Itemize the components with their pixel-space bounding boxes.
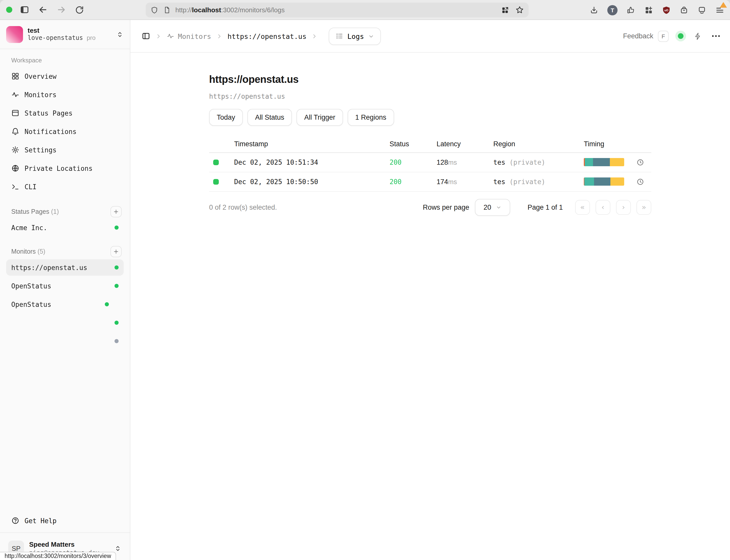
filter-status-button[interactable]: All Status	[248, 109, 292, 126]
lightning-icon[interactable]	[694, 32, 702, 40]
add-status-page-button[interactable]	[110, 206, 122, 217]
sidebar-item-label: Settings	[25, 146, 57, 154]
last-page-button[interactable]: »	[636, 200, 651, 215]
sidebar-item-label: Overview	[25, 72, 57, 80]
table-row[interactable]: Dec 02, 2025 10:51:34 200 128ms tes (pri…	[209, 153, 651, 172]
extensions-icon[interactable]	[644, 5, 653, 15]
previous-page-button[interactable]: ‹	[595, 200, 610, 215]
chevron-right-icon	[155, 33, 162, 39]
cell-timing	[584, 158, 651, 166]
header-actions: Feedback F	[623, 30, 720, 42]
tab-stack-icon[interactable]	[697, 5, 706, 15]
monitor-item[interactable]	[6, 315, 124, 331]
chevron-right-icon	[216, 33, 222, 39]
sidebar-item-private-locations[interactable]: Private Locations	[6, 159, 124, 177]
sidebar-item-settings[interactable]: Settings	[6, 141, 124, 159]
status-page-item[interactable]: Acme Inc.	[6, 219, 124, 236]
sidebar-item-label: Monitors	[25, 91, 57, 98]
forward-button-icon[interactable]	[56, 5, 66, 15]
sidebar-item-notifications[interactable]: Notifications	[6, 122, 124, 141]
sidebar-item-cli[interactable]: CLI	[6, 177, 124, 196]
cell-status: 200	[389, 159, 436, 166]
first-page-button[interactable]: «	[575, 200, 590, 215]
page-content: https://openstat.us https://openstat.us …	[209, 53, 651, 216]
filter-period-button[interactable]: Today	[209, 109, 243, 126]
feedback-button[interactable]: Feedback	[623, 32, 653, 40]
main-area: Monitors https://openstat.us Logs Feedba…	[130, 20, 730, 560]
breadcrumb-current[interactable]: https://openstat.us	[228, 32, 307, 40]
filter-trigger-button[interactable]: All Trigger	[297, 109, 343, 126]
rows-per-page-select[interactable]: 20	[475, 199, 510, 216]
extension-thumb-icon[interactable]	[626, 5, 635, 15]
cell-timestamp: Dec 02, 2025 10:50:50	[234, 178, 389, 186]
address-bar[interactable]: http://localhost:3002/monitors/6/logs	[146, 3, 528, 17]
table-row[interactable]: Dec 02, 2025 10:50:50 200 174ms tes (pri…	[209, 172, 651, 192]
downloads-icon[interactable]	[589, 5, 599, 15]
status-dot	[115, 265, 119, 270]
cell-latency: 128ms	[436, 159, 493, 166]
reload-button-icon[interactable]	[75, 5, 84, 15]
page-info-icon[interactable]	[163, 6, 171, 14]
monitors-section-title: Monitors (5)	[11, 248, 45, 255]
monitor-item[interactable]	[6, 333, 124, 349]
column-header-region[interactable]: Region	[493, 140, 584, 148]
sidebar-item-status-pages[interactable]: Status Pages	[6, 104, 124, 122]
status-dot	[115, 339, 119, 343]
browser-sidebar-toggle-icon[interactable]	[19, 5, 30, 15]
bookmark-star-icon[interactable]	[515, 6, 524, 14]
cell-latency: 174ms	[436, 178, 493, 186]
cell-status: 200	[389, 178, 436, 186]
clock-icon[interactable]	[636, 178, 644, 186]
app-header: Monitors https://openstat.us Logs Feedba…	[130, 20, 730, 53]
activity-icon	[167, 32, 174, 40]
monitor-item[interactable]: https://openstat.us	[6, 259, 124, 276]
browser-window: http://localhost:3002/monitors/6/logs T	[0, 0, 730, 560]
shield-icon[interactable]	[150, 6, 159, 14]
timing-bar	[584, 178, 624, 186]
clock-icon[interactable]	[636, 159, 644, 166]
more-options-icon[interactable]	[712, 35, 720, 37]
extension-strip: T uO	[589, 0, 725, 20]
panel-left-icon[interactable]	[142, 32, 150, 40]
sidebar-item-monitors[interactable]: Monitors	[6, 85, 124, 104]
breadcrumb-monitors[interactable]: Monitors	[167, 32, 211, 40]
activity-icon	[11, 91, 19, 99]
row-status-indicator	[213, 160, 219, 165]
url-text[interactable]: http://localhost:3002/monitors/6/logs	[175, 6, 285, 14]
page-title: https://openstat.us	[209, 73, 651, 86]
workspace-name: test	[28, 27, 96, 34]
cell-region: tes (private)	[493, 178, 584, 186]
monitor-item[interactable]: OpenStatus	[6, 278, 124, 294]
extension-t-icon[interactable]: T	[607, 5, 617, 15]
toolbox-icon[interactable]	[679, 5, 689, 15]
column-header-latency[interactable]: Latency	[436, 140, 493, 148]
column-header-status[interactable]: Status	[389, 140, 436, 148]
row-status-indicator	[213, 179, 219, 185]
monitor-item[interactable]: OpenStatus	[6, 296, 124, 312]
window-traffic-light[interactable]	[6, 7, 12, 13]
add-monitor-button[interactable]	[110, 246, 122, 257]
logs-view-button[interactable]: Logs	[329, 27, 381, 45]
sidebar-item-overview[interactable]: Overview	[6, 67, 124, 85]
system-status-dot[interactable]	[678, 33, 683, 39]
bell-icon	[11, 127, 19, 136]
chevrons-up-down-icon	[114, 545, 122, 552]
logs-icon	[336, 32, 343, 40]
next-page-button[interactable]: ›	[616, 200, 631, 215]
ublock-shield-icon[interactable]: uO	[662, 5, 671, 15]
workspace-section-label: Workspace	[11, 57, 119, 64]
get-help-button[interactable]: Get Help	[6, 511, 124, 530]
logs-button-label: Logs	[348, 32, 364, 40]
status-pages-section-header: Status Pages (1)	[11, 206, 119, 217]
sidebar-item-label: Private Locations	[25, 164, 93, 172]
column-header-timing[interactable]: Timing	[584, 140, 651, 148]
cell-region: tes (private)	[493, 159, 584, 166]
column-header-timestamp[interactable]: Timestamp	[234, 140, 389, 148]
filter-regions-button[interactable]: 1 Regions	[348, 109, 394, 126]
feedback-shortcut-badge: F	[658, 30, 669, 42]
back-button-icon[interactable]	[38, 5, 48, 15]
app-menu-icon[interactable]	[715, 5, 725, 15]
workspace-switcher[interactable]: test love-openstatus pro	[6, 25, 124, 43]
split-view-icon[interactable]	[501, 6, 509, 14]
logs-table: Timestamp Status Latency Region Timing D…	[209, 136, 651, 192]
